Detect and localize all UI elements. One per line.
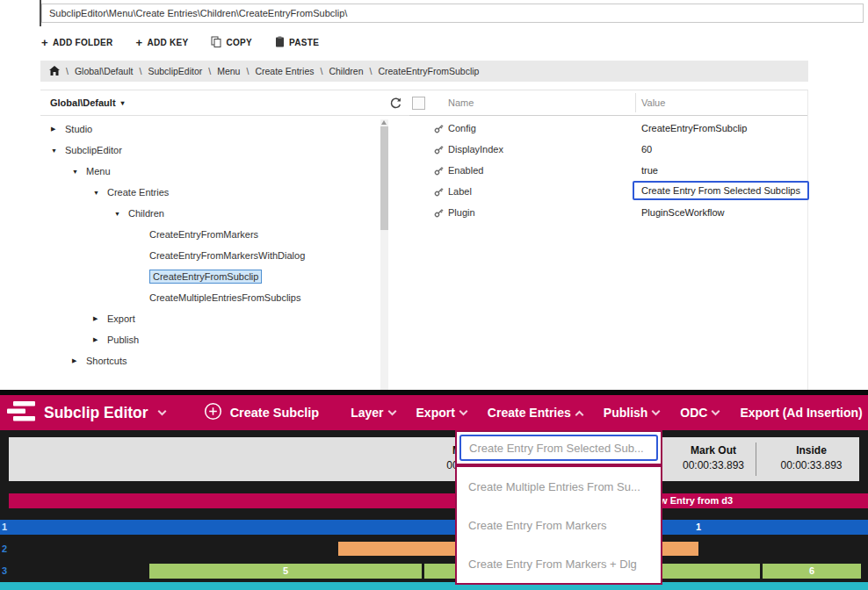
properties-table: Name Value Config CreateEntryFromSubclip… <box>409 90 808 390</box>
mark-out-value: 00:00:33.893 <box>666 459 761 471</box>
tree-list: Studio SubclipEditor Menu Create Entries… <box>40 119 380 390</box>
menu-export[interactable]: Export <box>416 406 467 420</box>
menu-export-ad-insertion[interactable]: Export (Ad Insertion) <box>740 406 862 420</box>
tree-item-children[interactable]: Children <box>40 203 380 224</box>
chevron-right-icon[interactable] <box>93 315 107 322</box>
tree-item-label: Export <box>107 313 135 324</box>
timeline-track-1-bar[interactable]: 1 <box>0 520 868 535</box>
app-title[interactable]: Subclip Editor <box>44 404 148 422</box>
table-row-label-highlighted[interactable]: Label Create Entry From Selected Subclip… <box>409 181 807 202</box>
timeline-track-3-segment[interactable]: 5 <box>149 564 422 579</box>
bar-label: 6 <box>809 565 814 576</box>
property-value: PluginSceWorkflow <box>641 207 725 218</box>
chevron-down-icon[interactable] <box>72 169 86 175</box>
breadcrumb-separator: \ <box>208 66 211 76</box>
chevron-right-icon[interactable] <box>93 336 107 343</box>
copy-label: COPY <box>226 38 252 47</box>
breadcrumb-segment[interactable]: SubclipEditor <box>148 66 202 76</box>
scrollbar-thumb[interactable] <box>380 126 388 230</box>
timeline-track-2-segment[interactable] <box>338 542 455 556</box>
tree-item-createmultipleentriesfromsubclips[interactable]: CreateMultipleEntriesFromSubclips <box>40 287 380 308</box>
menu-label: Layer <box>351 406 383 420</box>
plus-circle-icon <box>204 402 222 424</box>
scrollbar-up-arrow-icon[interactable] <box>381 120 387 125</box>
home-icon[interactable] <box>49 66 60 77</box>
tree-root-selector[interactable]: Global\Default ▾ <box>40 90 409 116</box>
refresh-button[interactable] <box>389 97 402 110</box>
tree-item-createentryfromsubclip-selected[interactable]: CreateEntryFromSubclip <box>40 266 380 287</box>
menu-create-entries-open[interactable]: Create Entries <box>488 406 582 420</box>
path-input[interactable] <box>41 4 864 23</box>
paste-button[interactable]: PASTE <box>275 36 319 49</box>
dropdown-item-create-entry-from-selected-subclips[interactable]: Create Entry From Selected Sub... <box>459 435 658 461</box>
column-divider <box>635 93 636 112</box>
tree-item-publish[interactable]: Publish <box>40 329 380 350</box>
add-folder-label: ADD FOLDER <box>53 38 113 47</box>
tree-item-studio[interactable]: Studio <box>40 119 380 140</box>
table-row[interactable]: Enabled true <box>409 160 807 181</box>
screen: + ADD FOLDER + ADD KEY COPY PASTE <box>0 0 868 590</box>
timecode-panel: M 00: Mark Out 00:00:33.893 Inside 00:00… <box>9 437 859 481</box>
menu-label: Export <box>416 406 455 420</box>
chevron-up-icon <box>575 411 583 420</box>
breadcrumb-segment[interactable]: Global\Default <box>75 66 134 76</box>
chevron-down-icon[interactable] <box>114 211 128 217</box>
inside-readout: Inside 00:00:33.893 <box>761 444 862 471</box>
breadcrumb-separator: \ <box>139 66 141 76</box>
dropdown-item-create-entry-from-markers-dlg[interactable]: Create Entry From Markers + Dlg <box>457 544 661 583</box>
menu-publish[interactable]: Publish <box>604 406 660 420</box>
select-all-checkbox[interactable] <box>412 97 425 110</box>
app-bar: Subclip Editor Create Subclip Layer Expo… <box>0 395 868 430</box>
key-icon <box>433 143 445 159</box>
breadcrumb-separator: \ <box>246 66 249 76</box>
config-editor-panel: + ADD FOLDER + ADD KEY COPY PASTE <box>0 0 868 390</box>
dropdown-item-create-multiple-entries[interactable]: Create Multiple Entries From Su... <box>457 467 661 506</box>
menu-layer[interactable]: Layer <box>351 406 394 420</box>
dropdown-item-create-entry-from-markers[interactable]: Create Entry From Markers <box>457 506 661 544</box>
chevron-down-icon[interactable] <box>51 148 65 154</box>
table-row[interactable]: Plugin PluginSceWorkflow <box>409 202 807 223</box>
copy-icon <box>211 36 221 49</box>
property-name: Label <box>448 186 472 197</box>
timeline-track-3-segment[interactable]: 6 <box>763 564 861 579</box>
tree-root-label: Global\Default <box>50 97 116 108</box>
column-header-name[interactable]: Name <box>448 97 474 108</box>
property-value-highlighted[interactable]: Create Entry From Selected Subclips <box>633 181 809 200</box>
menu-label: ODC <box>680 406 707 420</box>
column-header-value[interactable]: Value <box>641 97 665 108</box>
chevron-down-icon[interactable] <box>93 190 107 196</box>
key-icon <box>433 122 445 138</box>
table-row[interactable]: DisplayIndex 60 <box>409 139 807 160</box>
breadcrumb-segment[interactable]: Children <box>329 66 363 76</box>
config-toolbar: + ADD FOLDER + ADD KEY COPY PASTE <box>41 33 319 51</box>
breadcrumb-segment[interactable]: CreateEntryFromSubclip <box>378 66 479 76</box>
track-number-3: 3 <box>2 564 7 579</box>
create-subclip-button[interactable]: Create Subclip <box>204 402 320 424</box>
tree-item-subclipeditor[interactable]: SubclipEditor <box>40 140 380 161</box>
menu-odc[interactable]: ODC <box>680 406 719 420</box>
property-name: Plugin <box>448 207 475 218</box>
breadcrumb-segment[interactable]: Create Entries <box>255 66 314 76</box>
tree-item-create-entries[interactable]: Create Entries <box>40 182 380 203</box>
add-folder-button[interactable]: + ADD FOLDER <box>41 37 112 48</box>
chevron-down-icon[interactable] <box>157 407 166 416</box>
table-row[interactable]: Config CreateEntryFromSubclip <box>409 118 807 139</box>
mark-out-label: Mark Out <box>666 444 761 457</box>
chevron-right-icon[interactable] <box>51 126 65 133</box>
chevron-down-icon <box>459 407 467 416</box>
tree-item-createentryfrommarkerswithdialog[interactable]: CreateEntryFromMarkersWithDialog <box>40 245 380 266</box>
tree-item-shortcuts[interactable]: Shortcuts <box>40 350 380 371</box>
mark-in-readout: M 00: <box>400 444 461 471</box>
clip-title-bar[interactable]: New Entry from d3 <box>9 493 868 508</box>
breadcrumb-separator: \ <box>321 66 323 76</box>
timeline-scrollbar[interactable] <box>0 582 868 590</box>
chevron-right-icon[interactable] <box>72 357 86 364</box>
breadcrumb-segment[interactable]: Menu <box>217 66 240 76</box>
copy-button[interactable]: COPY <box>211 36 252 49</box>
add-key-button[interactable]: + ADD KEY <box>135 37 188 48</box>
tree-item-createentryfrommarkers[interactable]: CreateEntryFromMarkers <box>40 224 380 245</box>
tree-scrollbar[interactable] <box>380 119 388 390</box>
mark-in-value: 00: <box>400 459 461 471</box>
tree-item-export[interactable]: Export <box>40 308 380 329</box>
tree-item-menu[interactable]: Menu <box>40 161 380 182</box>
